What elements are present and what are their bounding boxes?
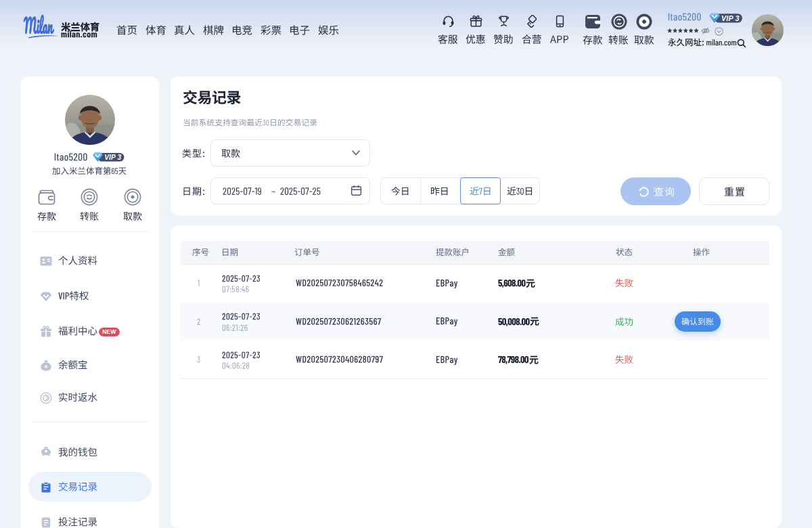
- svg-text:VIP 3: VIP 3: [721, 14, 739, 22]
- svg-text:VIP 3: VIP 3: [104, 153, 121, 160]
